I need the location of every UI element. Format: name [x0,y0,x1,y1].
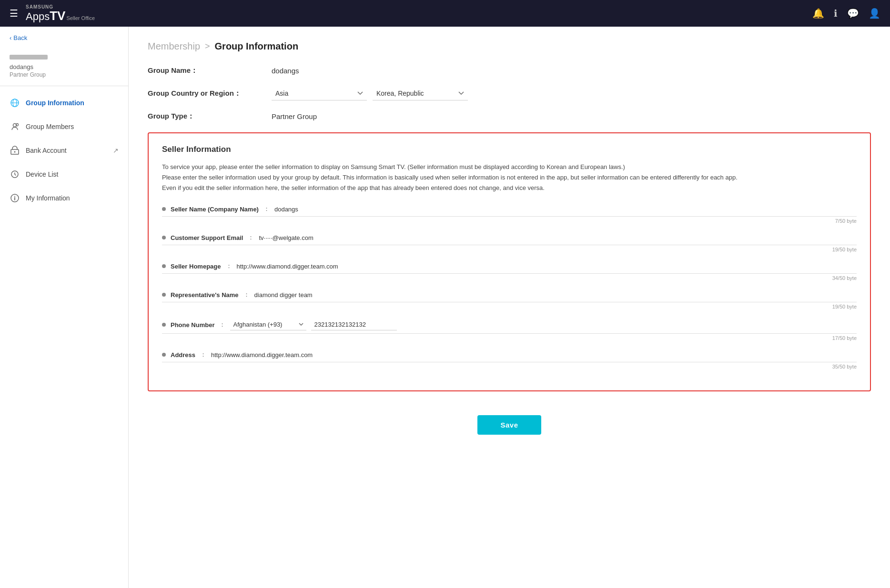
user-name: dodangs [10,63,119,70]
field-bullet [162,323,166,327]
seller-homepage-value: http://www.diamond.digger.team.com [237,263,857,270]
customer-email-label: Customer Support Email [171,234,243,241]
sidebar-item-group-members[interactable]: Group Members [0,115,128,139]
save-area: Save [148,406,871,444]
group-type-value: Partner Group [272,112,317,120]
sidebar-label-group-info: Group Information [26,99,84,107]
group-type-row: Group Type： Partner Group [148,112,871,121]
phone-inputs: Afghanistan (+93) Korea (+82) United Sta… [230,319,397,330]
customer-email-value: tv·····@welgate.com [259,234,857,241]
chat-icon[interactable]: 💬 [847,8,859,19]
field-bullet [162,353,166,357]
seller-info-title: Seller Information [162,145,857,154]
sidebar-item-device-list[interactable]: Device List [0,162,128,186]
phone-number-input[interactable] [311,319,397,330]
rep-name-field: Representative's Name ： diamond digger t… [162,290,857,309]
seller-homepage-label: Seller Homepage [171,263,221,270]
external-link-icon: ↗ [113,147,119,154]
my-info-icon [10,193,20,203]
header-icons: 🔔 ℹ 💬 👤 [812,8,880,19]
breadcrumb-current: Group Information [215,41,299,52]
sidebar-item-bank-account[interactable]: Bank Account ↗ [0,139,128,162]
bank-account-icon [10,145,20,156]
field-bullet [162,207,166,211]
group-name-value: dodangs [272,67,299,75]
hamburger-icon[interactable]: ☰ [10,8,18,19]
device-list-icon [10,169,20,179]
sidebar-label-bank-account: Bank Account [26,147,67,154]
group-country-selects: Asia Europe Americas Korea, Republic Uni… [272,87,468,100]
sidebar: ‹ Back dodangs Partner Group Group Infor… [0,27,129,588]
back-arrow-icon: ‹ [10,34,11,41]
breadcrumb-membership: Membership [148,41,200,52]
info-icon[interactable]: ℹ [834,8,838,19]
group-type-label: Group Type： [148,112,272,121]
save-button[interactable]: Save [477,415,541,435]
seller-name-value: dodangs [274,206,857,213]
app-logo: SAMSUNG AppsTV Seller Office [26,5,95,22]
group-country-select[interactable]: Korea, Republic United States Japan [373,87,468,100]
main-content: Membership > Group Information Group Nam… [129,27,890,588]
breadcrumb-separator: > [205,41,210,51]
address-field: Address ： http://www.diamond.digger.team… [162,350,857,369]
svg-point-6 [14,151,16,153]
seller-info-box: Seller Information To service your app, … [148,132,871,391]
customer-email-field: Customer Support Email ： tv·····@welgate… [162,233,857,252]
group-country-row: Group Country or Region： Asia Europe Ame… [148,87,871,100]
field-bullet [162,236,166,239]
notification-icon[interactable]: 🔔 [812,8,824,19]
back-label: Back [13,34,27,41]
seller-name-label: Seller Name (Company Name) [171,206,259,213]
group-info-icon [10,98,20,108]
address-label: Address [171,351,195,359]
customer-email-byte: 19/50 byte [162,247,857,252]
group-name-row: Group Name： dodangs [148,66,871,75]
seller-office-label: Seller Office [66,16,95,21]
rep-name-label: Representative's Name [171,291,239,299]
address-value: http://www.diamond.digger.team.com [211,351,857,359]
group-region-select[interactable]: Asia Europe Americas [272,87,367,100]
phone-byte: 17/50 byte [162,335,857,341]
svg-point-9 [14,196,15,197]
phone-label: Phone Number [171,321,214,329]
rep-name-byte: 19/50 byte [162,304,857,309]
sidebar-nav: Group Information Group Members Bank Acc… [0,86,128,215]
seller-homepage-byte: 34/50 byte [162,275,857,281]
sidebar-label-device-list: Device List [26,170,58,178]
group-name-label: Group Name： [148,66,272,75]
avatar [10,55,119,60]
seller-info-description: To service your app, please enter the se… [162,162,857,193]
sidebar-label-my-info: My Information [26,194,70,202]
field-bullet [162,264,166,268]
phone-country-select[interactable]: Afghanistan (+93) Korea (+82) United Sta… [230,319,306,330]
address-byte: 35/50 byte [162,364,857,369]
apps-tv-label: AppsTV [26,10,65,22]
user-icon[interactable]: 👤 [869,8,880,19]
seller-homepage-field: Seller Homepage ： http://www.diamond.dig… [162,262,857,281]
back-button[interactable]: ‹ Back [0,27,128,49]
breadcrumb: Membership > Group Information [148,41,871,52]
field-bullet [162,293,166,297]
sidebar-item-group-information[interactable]: Group Information [0,91,128,115]
group-country-label: Group Country or Region： [148,89,272,98]
seller-name-field: Seller Name (Company Name) ： dodangs 7/5… [162,205,857,224]
sidebar-user: dodangs Partner Group [0,49,128,86]
app-header: ☰ SAMSUNG AppsTV Seller Office 🔔 ℹ 💬 👤 [0,0,890,27]
sidebar-item-my-information[interactable]: My Information [0,186,128,210]
seller-name-byte: 7/50 byte [162,218,857,224]
group-members-icon [10,121,20,132]
user-role: Partner Group [10,71,119,78]
phone-field: Phone Number ： Afghanistan (+93) Korea (… [162,319,857,341]
sidebar-label-group-members: Group Members [26,123,74,130]
rep-name-value: diamond digger team [254,291,857,299]
